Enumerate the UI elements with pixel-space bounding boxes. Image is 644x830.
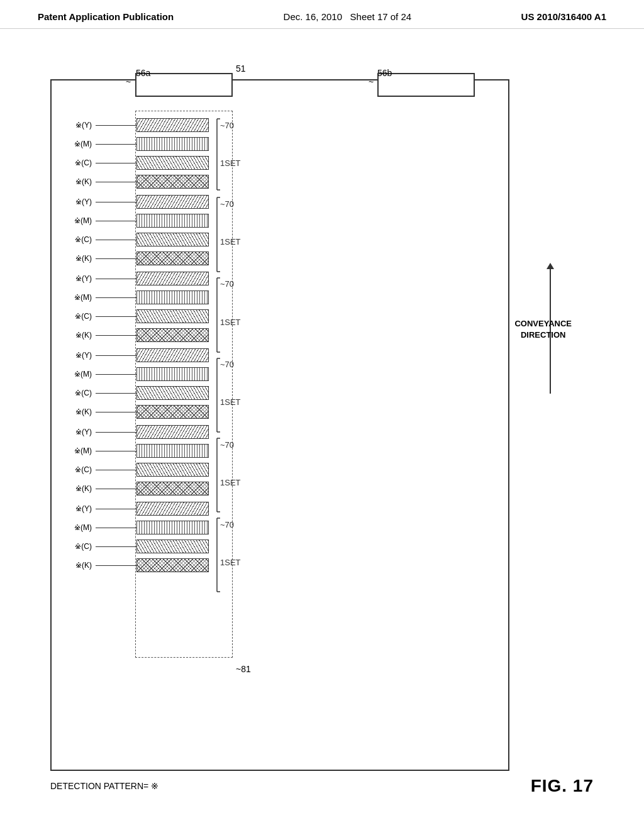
- row-k-6: ※(K): [52, 556, 209, 575]
- label-c-1: ※(C): [52, 158, 96, 167]
- row-m-3: ※(M): [52, 288, 209, 307]
- pattern-c-1: [136, 156, 209, 170]
- pattern-m-4: [136, 367, 209, 381]
- line-m-4: [96, 374, 136, 375]
- row-y-4: ※(Y): [52, 346, 209, 365]
- row-k-3: ※(K): [52, 326, 209, 345]
- row-k-1: ※(K): [52, 172, 209, 191]
- label-k-2: ※(K): [52, 254, 96, 263]
- line-k-1: [96, 182, 136, 182]
- pattern-c-6: [136, 540, 209, 553]
- svg-text:~70: ~70: [220, 121, 234, 130]
- header-patent-number: US 2010/316400 A1: [521, 11, 606, 22]
- svg-text:~70: ~70: [220, 440, 234, 450]
- line-m-2: [96, 221, 136, 221]
- label-m-3: ※(M): [52, 293, 96, 302]
- line-c-1: [96, 163, 136, 163]
- tilde-56b: ~: [369, 77, 374, 87]
- pattern-m-5: [136, 444, 209, 458]
- label-k-6: ※(K): [52, 561, 96, 570]
- label-81: ~81: [236, 664, 251, 674]
- pattern-y-3: [136, 272, 209, 285]
- label-k-4: ※(K): [52, 407, 96, 416]
- pattern-c-2: [136, 233, 209, 246]
- label-c-6: ※(C): [52, 542, 96, 551]
- line-c-4: [96, 393, 136, 394]
- row-c-6: ※(C): [52, 537, 209, 556]
- row-m-4: ※(M): [52, 365, 209, 384]
- page-header: Patent Application Publication Dec. 16, …: [0, 0, 644, 29]
- label-y-4: ※(Y): [52, 351, 96, 360]
- pattern-y-2: [136, 195, 209, 209]
- pattern-set-3: ※(Y) ※(M) ※(C) ※(K): [52, 269, 209, 345]
- line-k-4: [96, 412, 136, 412]
- line-c-2: [96, 240, 136, 240]
- label-k-5: ※(K): [52, 484, 96, 493]
- row-c-2: ※(C): [52, 230, 209, 249]
- line-y-1: [96, 125, 136, 126]
- pattern-m-2: [136, 214, 209, 228]
- line-m-1: [96, 144, 136, 145]
- pattern-m-1: [136, 137, 209, 151]
- pattern-k-4: [136, 405, 209, 419]
- row-y-3: ※(Y): [52, 269, 209, 288]
- pattern-c-3: [136, 309, 209, 323]
- label-y-1: ※(Y): [52, 121, 96, 130]
- row-c-4: ※(C): [52, 384, 209, 402]
- label-c-2: ※(C): [52, 235, 96, 244]
- line-y-6: [96, 509, 136, 509]
- label-k-1: ※(K): [52, 177, 96, 186]
- label-51: 51: [236, 64, 246, 74]
- row-k-5: ※(K): [52, 479, 209, 498]
- tilde-56a: ~: [126, 77, 131, 87]
- label-k-3: ※(K): [52, 331, 96, 340]
- label-y-5: ※(Y): [52, 428, 96, 436]
- row-m-1: ※(M): [52, 135, 209, 153]
- row-k-2: ※(K): [52, 249, 209, 268]
- pattern-set-4: ※(Y) ※(M) ※(C) ※(K): [52, 346, 209, 421]
- label-y-2: ※(Y): [52, 197, 96, 206]
- header-publication: Patent Application Publication: [38, 11, 174, 22]
- bracket-svg: ~70 1SET ~70 1SET ~70 1SET ~70 1SET ~70 …: [208, 116, 283, 669]
- row-y-2: ※(Y): [52, 192, 209, 211]
- row-c-5: ※(C): [52, 460, 209, 479]
- label-c-3: ※(C): [52, 312, 96, 321]
- pattern-m-3: [136, 290, 209, 304]
- pattern-y-4: [136, 348, 209, 362]
- svg-text:~70: ~70: [220, 279, 234, 289]
- conveyance-direction-label: CONVEYANCE DIRECTION: [514, 318, 572, 341]
- row-y-1: ※(Y): [52, 116, 209, 135]
- label-c-4: ※(C): [52, 389, 96, 397]
- row-k-4: ※(K): [52, 402, 209, 421]
- row-m-5: ※(M): [52, 441, 209, 460]
- svg-text:1SET: 1SET: [220, 397, 241, 407]
- pattern-y-6: [136, 502, 209, 516]
- pattern-k-2: [136, 252, 209, 265]
- label-c-5: ※(C): [52, 465, 96, 474]
- pattern-k-6: [136, 558, 209, 572]
- svg-text:~70: ~70: [220, 360, 234, 369]
- row-y-6: ※(Y): [52, 499, 209, 518]
- label-m-2: ※(M): [52, 216, 96, 225]
- pattern-c-4: [136, 386, 209, 400]
- label-m-6: ※(M): [52, 523, 96, 532]
- label-m-1: ※(M): [52, 140, 96, 148]
- svg-text:~70: ~70: [220, 520, 234, 529]
- line-y-2: [96, 202, 136, 202]
- pattern-set-5: ※(Y) ※(M) ※(C) ※(K): [52, 423, 209, 498]
- pattern-set-2: ※(Y) ※(M) ※(C) ※(K): [52, 192, 209, 268]
- pattern-y-1: [136, 118, 209, 132]
- detection-pattern-label: DETECTION PATTERN= ※: [50, 781, 158, 791]
- svg-text:1SET: 1SET: [220, 237, 241, 246]
- row-y-5: ※(Y): [52, 423, 209, 441]
- svg-text:1SET: 1SET: [220, 478, 241, 487]
- pattern-sets-container: ※(Y) ※(M) ※(C) ※(K) ※(Y): [52, 116, 209, 576]
- line-y-5: [96, 432, 136, 433]
- pattern-k-5: [136, 482, 209, 495]
- line-k-5: [96, 489, 136, 489]
- diagram-area: 51 ~ 56a ~ 56b ※(Y) ※(M) ※(C): [0, 29, 644, 815]
- label-m-4: ※(M): [52, 370, 96, 379]
- label-y-3: ※(Y): [52, 274, 96, 283]
- line-m-5: [96, 451, 136, 451]
- label-y-6: ※(Y): [52, 504, 96, 513]
